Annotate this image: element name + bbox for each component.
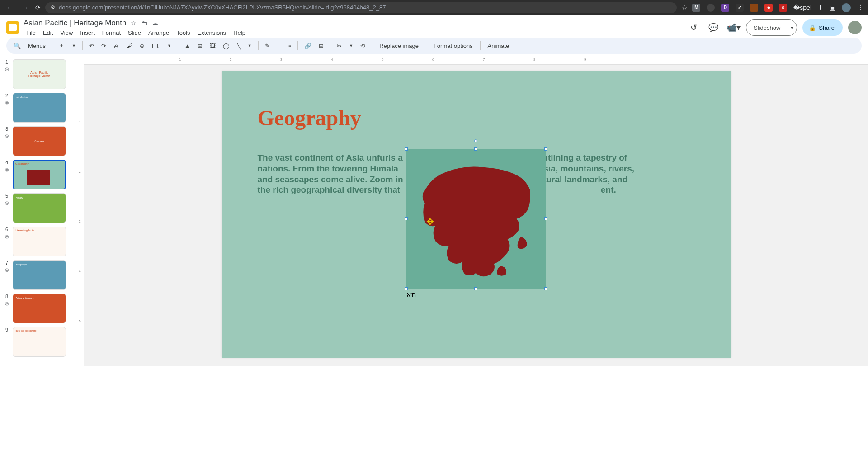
- animate-button[interactable]: Animate: [484, 41, 513, 51]
- ext-m-icon[interactable]: M: [692, 4, 700, 12]
- paint-format-icon[interactable]: 🖌: [124, 41, 135, 51]
- separator: [330, 41, 330, 50]
- star-doc-icon[interactable]: ☆: [131, 19, 137, 27]
- comment-add-icon[interactable]: ⊞: [316, 41, 326, 51]
- border-weight-icon[interactable]: ≡: [274, 41, 283, 51]
- ext-star-icon[interactable]: ★: [764, 4, 773, 12]
- ext-d-icon[interactable]: D: [721, 4, 729, 12]
- slide-thumb-5[interactable]: 5◎ History: [4, 193, 72, 223]
- separator: [372, 41, 372, 50]
- slide-thumb-2[interactable]: 2◎ Introduction: [4, 93, 72, 123]
- extension-icons: M D ✓ ★ s �spel ⬇ ▣ ⋮: [692, 3, 863, 12]
- ext-circle-icon[interactable]: [707, 4, 715, 12]
- slide-thumb-4[interactable]: 4◎ Geography: [4, 160, 72, 189]
- mask-dropdown-icon[interactable]: ▼: [346, 42, 356, 50]
- line-icon[interactable]: ╲: [234, 41, 243, 51]
- menus-label[interactable]: Menus: [25, 41, 48, 51]
- menu-view[interactable]: View: [57, 28, 75, 37]
- menu-tools[interactable]: Tools: [174, 28, 193, 37]
- menu-edit[interactable]: Edit: [40, 28, 56, 37]
- download-icon[interactable]: ⬇: [818, 4, 823, 11]
- link-icon[interactable]: 🔗: [302, 41, 314, 51]
- address-bar[interactable]: ⚙ docs.google.com/presentation/d/1nCiUuk…: [45, 2, 677, 13]
- slide-thumb-8[interactable]: 8◎ Arts and literature: [4, 294, 72, 323]
- profile-avatar-icon[interactable]: [842, 3, 851, 12]
- move-doc-icon[interactable]: 🗀: [141, 19, 147, 27]
- meet-icon[interactable]: 📹▾: [726, 20, 741, 35]
- resize-handle-tm[interactable]: [474, 147, 477, 151]
- url-text: docs.google.com/presentation/d/1nCiUukoN…: [59, 4, 386, 11]
- new-slide-dropdown-icon[interactable]: ▼: [69, 42, 79, 50]
- cloud-status-icon[interactable]: ☁: [152, 19, 158, 27]
- resize-handle-bm[interactable]: [474, 287, 477, 290]
- menu-arrange[interactable]: Arrange: [146, 28, 172, 37]
- format-options-button[interactable]: Format options: [430, 41, 476, 51]
- menu-help[interactable]: Help: [231, 28, 248, 37]
- resize-handle-ml[interactable]: [405, 217, 408, 220]
- replace-image-button[interactable]: Replace image: [376, 41, 422, 51]
- ext-s-icon[interactable]: s: [779, 4, 787, 12]
- undo-icon[interactable]: ↶: [86, 41, 97, 51]
- print-icon[interactable]: 🖨: [111, 41, 122, 51]
- new-slide-icon[interactable]: ＋: [56, 40, 67, 52]
- reset-image-icon[interactable]: ⟲: [358, 41, 368, 51]
- anim-icon: ◎: [5, 133, 9, 138]
- resize-handle-tr[interactable]: [544, 147, 547, 151]
- separator: [82, 41, 83, 50]
- anim-icon: ◎: [5, 200, 9, 205]
- site-info-icon[interactable]: ⚙: [51, 5, 55, 10]
- selected-image[interactable]: תא ✥: [406, 149, 546, 289]
- slide-panel[interactable]: 1◎ Asian Pacific Heritage Month 2◎ Intro…: [0, 57, 76, 366]
- image-icon[interactable]: 🖼: [207, 41, 218, 51]
- history-icon[interactable]: ↺: [686, 20, 701, 35]
- menu-format[interactable]: Format: [99, 28, 123, 37]
- rotate-handle[interactable]: [474, 139, 477, 142]
- resize-handle-mr[interactable]: [544, 217, 547, 220]
- textbox-icon[interactable]: ⊞: [195, 41, 205, 51]
- border-dash-icon[interactable]: ┅: [285, 41, 294, 51]
- slideshow-dropdown-icon[interactable]: ▼: [787, 19, 797, 36]
- reload-icon[interactable]: ⟳: [35, 4, 41, 11]
- slide-thumb-7[interactable]: 7◎ Key people: [4, 260, 72, 290]
- slides-logo-icon[interactable]: [6, 21, 19, 34]
- panel-icon[interactable]: ▣: [830, 4, 835, 11]
- extensions-icon[interactable]: �spel: [793, 4, 811, 11]
- border-color-icon[interactable]: ✎: [262, 41, 273, 51]
- slide-thumb-6[interactable]: 6◎ Interesting facts: [4, 227, 72, 256]
- resize-handle-tl[interactable]: [405, 147, 408, 151]
- menu-extensions[interactable]: Extensions: [195, 28, 229, 37]
- line-dropdown-icon[interactable]: ▼: [245, 42, 255, 50]
- ext-check-icon[interactable]: ✓: [736, 4, 744, 12]
- zoom-icon[interactable]: ⊕: [137, 41, 147, 51]
- slide-stage[interactable]: Geography The vast continent of Asia unf…: [84, 65, 868, 366]
- ext-doc-icon[interactable]: [750, 4, 758, 12]
- slide-thumb-9[interactable]: 9 How we celebrate: [4, 327, 72, 357]
- slide-thumb-1[interactable]: 1◎ Asian Pacific Heritage Month: [4, 59, 72, 89]
- shape-icon[interactable]: ◯: [220, 41, 232, 51]
- zoom-select[interactable]: Fit: [149, 41, 163, 51]
- menu-insert[interactable]: Insert: [77, 28, 98, 37]
- back-icon[interactable]: ←: [5, 4, 15, 12]
- title-bar: Asian Pacific | Heritage Month ☆ 🗀 ☁ Fil…: [0, 15, 868, 38]
- menu-file[interactable]: File: [24, 28, 38, 37]
- share-button[interactable]: 🔒 Share: [802, 19, 843, 36]
- slide-thumb-3[interactable]: 3◎ Overview: [4, 126, 72, 156]
- slide-heading[interactable]: Geography: [258, 105, 361, 130]
- zoom-dropdown-icon[interactable]: ▼: [165, 42, 174, 50]
- slideshow-button[interactable]: Slideshow ▼: [746, 19, 797, 36]
- crop-icon[interactable]: ✂: [334, 41, 344, 51]
- search-icon[interactable]: 🔍: [11, 41, 24, 51]
- user-avatar-icon[interactable]: [848, 21, 862, 34]
- resize-handle-br[interactable]: [544, 287, 547, 290]
- forward-icon[interactable]: →: [20, 4, 31, 12]
- slide-canvas[interactable]: Geography The vast continent of Asia unf…: [222, 71, 731, 358]
- comments-icon[interactable]: 💬: [706, 20, 721, 35]
- separator: [52, 41, 52, 50]
- resize-handle-bl[interactable]: [405, 287, 408, 290]
- star-icon[interactable]: ☆: [681, 3, 688, 12]
- select-tool-icon[interactable]: ▲: [182, 41, 193, 51]
- redo-icon[interactable]: ↷: [99, 41, 109, 51]
- menu-slide[interactable]: Slide: [125, 28, 144, 37]
- doc-title[interactable]: Asian Pacific | Heritage Month: [24, 19, 126, 28]
- collapse-toolbar-icon[interactable]: ˆ: [859, 3, 861, 10]
